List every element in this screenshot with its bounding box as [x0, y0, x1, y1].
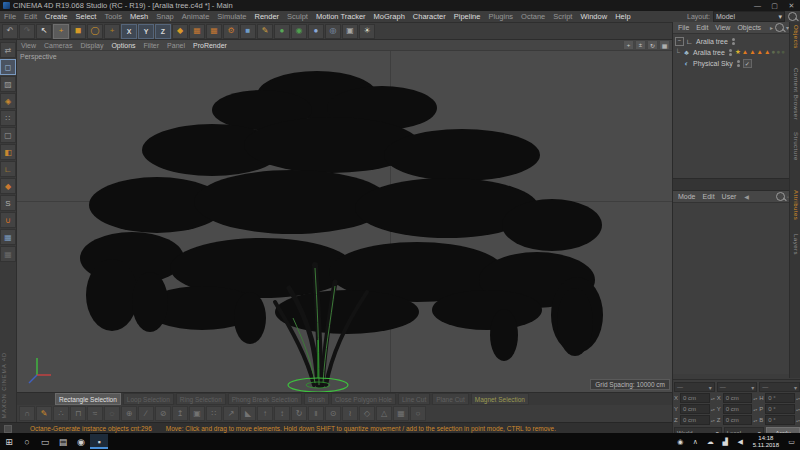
command-button[interactable]: Ring Selection	[176, 393, 226, 405]
live-selection-icon[interactable]: ↖	[36, 24, 52, 39]
command-button[interactable]: Loop Selection	[123, 393, 174, 405]
texture-tag-icon[interactable]: ●	[781, 49, 785, 56]
bridge-icon[interactable]: ⊓	[70, 406, 86, 421]
viewport-menu-item[interactable]: Panel	[163, 42, 189, 49]
visibility-dots[interactable]	[729, 49, 732, 56]
octane-object-tag-icon[interactable]: ▲	[749, 49, 755, 56]
enabled-checkbox[interactable]: ✓	[743, 59, 752, 68]
minimize-button[interactable]: —	[749, 2, 766, 10]
normal-rotate-icon[interactable]: ↻	[291, 406, 307, 421]
contacts-icon[interactable]: ◉	[674, 434, 687, 449]
menu-item[interactable]: Simulate	[213, 12, 250, 21]
object-name[interactable]: Aralia tree	[696, 38, 728, 45]
viewport-menu-item[interactable]: Display	[76, 42, 107, 49]
file-explorer-icon[interactable]: ▤	[54, 434, 72, 449]
generators-icon[interactable]: ●	[274, 24, 290, 39]
pan-view-icon[interactable]: +	[623, 40, 634, 50]
command-button[interactable]: Brush	[304, 393, 329, 405]
dissolve-icon[interactable]: ⊘	[155, 406, 171, 421]
normal-scale-icon[interactable]: ↕	[274, 406, 290, 421]
snap-icon[interactable]: ∪	[0, 212, 16, 228]
history-back-icon[interactable]: ◀	[740, 193, 749, 200]
render-view-icon[interactable]: ▦	[189, 24, 205, 39]
simulation-icon[interactable]: S	[0, 195, 16, 211]
brush-icon[interactable]: ≈	[87, 406, 103, 421]
inner-extrude-icon[interactable]: ▣	[189, 406, 205, 421]
spinner[interactable]: ▴▾	[796, 408, 800, 411]
attribute-manager-menu-item[interactable]: User	[719, 193, 740, 200]
weld-icon[interactable]: ⊙	[325, 406, 341, 421]
visibility-dots[interactable]	[737, 60, 740, 67]
rotation-h-field[interactable]: 0 °	[765, 393, 795, 403]
command-button[interactable]: Plane Cut	[432, 393, 469, 405]
size-z-field[interactable]: 0 cm	[723, 415, 753, 425]
position-z-field[interactable]: 0 cm	[680, 415, 710, 425]
rotate-view-icon[interactable]: ↻	[647, 40, 658, 50]
notifications-icon[interactable]: ▭	[785, 434, 798, 449]
menu-item[interactable]: Edit	[20, 12, 41, 21]
command-button[interactable]: Close Polygon Hole	[331, 393, 396, 405]
octane-object-tag-icon[interactable]: ▲	[764, 49, 770, 56]
menu-item[interactable]: Snap	[152, 12, 178, 21]
undo-icon[interactable]: ↶	[2, 24, 18, 39]
size-header-dropdown[interactable]: —▾	[717, 382, 758, 392]
object-row-aralia-parent[interactable]: − ∟ Aralia tree	[673, 36, 800, 47]
object-name[interactable]: Aralia tree	[693, 49, 725, 56]
normal-move-icon[interactable]: ↑	[257, 406, 273, 421]
render-picture-viewer-icon[interactable]: ▦	[206, 24, 222, 39]
menu-item[interactable]: Select	[72, 12, 101, 21]
task-view-icon[interactable]: ▭	[36, 434, 54, 449]
triangulate-icon[interactable]: △	[376, 406, 392, 421]
knife-icon[interactable]: ∕	[138, 406, 154, 421]
menu-item[interactable]: Script	[549, 12, 576, 21]
polygon-pen-icon[interactable]: ✎	[36, 406, 52, 421]
menu-item[interactable]: MoGraph	[370, 12, 409, 21]
attribute-manager-menu-item[interactable]: Edit	[700, 193, 718, 200]
redo-icon[interactable]: ↷	[19, 24, 35, 39]
texture-mode-icon[interactable]: ▨	[0, 76, 16, 92]
object-axis-icon[interactable]: ◆	[0, 178, 16, 194]
x-axis-lock-icon[interactable]: X	[121, 24, 137, 39]
smooth-shift-icon[interactable]: ↗	[223, 406, 239, 421]
create-point-icon[interactable]: ∴	[53, 406, 69, 421]
volume-icon[interactable]: ◀	[734, 434, 747, 449]
menu-item[interactable]: Character	[409, 12, 450, 21]
untriangulate-icon[interactable]: ◇	[359, 406, 375, 421]
rotation-p-field[interactable]: 0 °	[765, 404, 795, 414]
menu-item[interactable]: Window	[576, 12, 611, 21]
menu-item[interactable]: Sculpt	[283, 12, 312, 21]
coordinate-system-icon[interactable]: ◆	[172, 24, 188, 39]
octane-tag-icon[interactable]: ★	[735, 49, 741, 56]
object-manager-menu-item[interactable]: View	[712, 24, 733, 31]
spinner[interactable]: ▴▾	[796, 397, 800, 400]
edges-mode-icon[interactable]: ▢	[0, 127, 16, 143]
panel-divider[interactable]	[673, 178, 800, 191]
enable-axis-icon[interactable]: ∟	[0, 161, 16, 177]
maximize-button[interactable]: ▢	[766, 2, 783, 10]
object-manager-menu-item[interactable]: File	[675, 24, 692, 31]
environment-icon[interactable]: ◎	[325, 24, 341, 39]
spinner[interactable]: ▴▾	[753, 397, 757, 400]
rotation-header-dropdown[interactable]: —▾	[759, 382, 800, 392]
menu-item[interactable]: Plugins	[484, 12, 517, 21]
viewport-menu-item[interactable]: View	[17, 42, 40, 49]
workplane-icon[interactable]: ▦	[0, 229, 16, 245]
matrix-extrude-icon[interactable]: ∷	[206, 406, 222, 421]
connect-icon[interactable]: ⊕	[121, 406, 137, 421]
close-button[interactable]: ✕	[783, 2, 800, 10]
locked-workplane-icon[interactable]: ▦	[0, 246, 16, 262]
spinner[interactable]: ▴▾	[796, 419, 800, 422]
octane-object-tag-icon[interactable]: ▲	[742, 49, 748, 56]
position-x-field[interactable]: 0 cm	[680, 393, 710, 403]
rotation-b-field[interactable]: 0 °	[765, 415, 795, 425]
mograph-icon[interactable]: ◉	[291, 24, 307, 39]
texture-tag-icon[interactable]: ●	[771, 49, 775, 56]
tab-structure[interactable]: Structure	[793, 132, 799, 161]
zoom-view-icon[interactable]: ±	[635, 40, 646, 50]
menu-item[interactable]: Motion Tracker	[312, 12, 370, 21]
move-tool-icon[interactable]: +	[53, 24, 69, 39]
split-icon[interactable]: ‖	[308, 406, 324, 421]
spinner[interactable]: ▴▾	[753, 408, 757, 411]
camera-icon[interactable]: ▣	[342, 24, 358, 39]
stitch-and-sew-icon[interactable]: ≀	[342, 406, 358, 421]
